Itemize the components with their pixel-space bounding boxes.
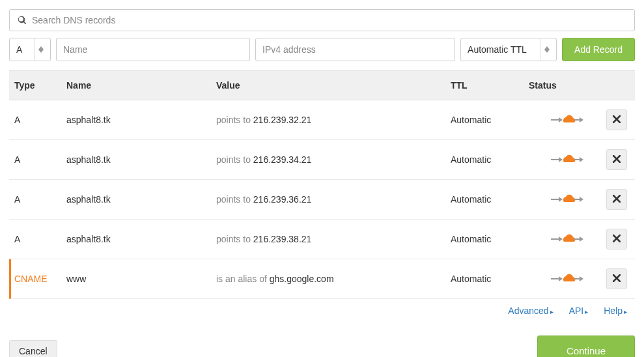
cell-value: points to 216.239.36.21 <box>216 194 451 205</box>
cell-value: points to 216.239.34.21 <box>216 154 451 165</box>
cancel-button[interactable]: Cancel <box>9 340 57 358</box>
cell-ttl: Automatic <box>451 115 529 125</box>
close-icon <box>613 234 621 244</box>
record-value-input[interactable] <box>262 44 448 55</box>
th-status: Status <box>529 80 604 91</box>
cell-type: A <box>14 234 66 244</box>
search-input[interactable] <box>32 15 626 25</box>
add-record-form: A Automatic TTL Add Record <box>9 38 635 61</box>
api-link[interactable]: API▸ <box>569 306 589 316</box>
cell-status[interactable] <box>529 113 604 126</box>
footer-links: Advanced▸ API▸ Help▸ <box>9 299 635 320</box>
cell-status[interactable] <box>529 272 604 285</box>
cell-type: CNAME <box>14 274 66 284</box>
close-icon <box>613 154 621 165</box>
cell-status[interactable] <box>529 233 604 246</box>
cell-value: is an alias of ghs.google.com <box>216 274 451 284</box>
svg-marker-15 <box>580 236 583 242</box>
th-value: Value <box>216 80 451 91</box>
cell-name: asphalt8.tk <box>66 154 216 165</box>
th-name: Name <box>66 80 216 91</box>
table-row[interactable]: Aasphalt8.tkpoints to 216.239.34.21Autom… <box>9 140 635 180</box>
cell-ttl: Automatic <box>451 234 529 244</box>
bottom-bar: Cancel Continue <box>0 329 644 357</box>
svg-marker-13 <box>559 236 563 242</box>
svg-marker-19 <box>580 276 583 281</box>
svg-marker-17 <box>559 276 563 281</box>
svg-marker-7 <box>580 157 583 162</box>
record-ttl-select[interactable]: Automatic TTL <box>460 38 557 61</box>
delete-button[interactable] <box>606 149 627 170</box>
table-header: Type Name Value TTL Status <box>9 71 635 100</box>
close-icon <box>613 194 621 205</box>
svg-marker-5 <box>559 157 563 162</box>
close-icon <box>613 274 621 284</box>
cell-status[interactable] <box>529 153 604 166</box>
delete-button[interactable] <box>606 268 627 289</box>
continue-button[interactable]: Continue <box>537 336 635 357</box>
table-row[interactable]: Aasphalt8.tkpoints to 216.239.32.21Autom… <box>9 100 635 140</box>
svg-marker-1 <box>559 117 563 122</box>
close-icon <box>613 115 621 125</box>
record-name-input[interactable] <box>63 44 243 55</box>
cell-name: asphalt8.tk <box>66 115 216 125</box>
stepper-icon <box>540 38 550 61</box>
cell-name: asphalt8.tk <box>66 234 216 244</box>
proxy-cloud-icon[interactable] <box>550 272 583 285</box>
th-type: Type <box>14 80 66 91</box>
advanced-link[interactable]: Advanced▸ <box>508 306 553 316</box>
cell-value: points to 216.239.38.21 <box>216 234 451 244</box>
cell-type: A <box>14 194 66 205</box>
search-icon <box>18 16 27 25</box>
cell-status[interactable] <box>529 193 604 206</box>
proxy-cloud-icon[interactable] <box>550 193 583 206</box>
cell-value: points to 216.239.32.21 <box>216 115 451 125</box>
cell-ttl: Automatic <box>451 154 529 165</box>
proxy-cloud-icon[interactable] <box>550 233 583 246</box>
record-value-field[interactable] <box>255 38 455 61</box>
dns-table: Type Name Value TTL Status Aasphalt8.tkp… <box>9 70 635 299</box>
cell-type: A <box>14 115 66 125</box>
record-ttl-value: Automatic TTL <box>468 44 536 55</box>
cell-ttl: Automatic <box>451 274 529 284</box>
cell-name: asphalt8.tk <box>66 194 216 205</box>
stepper-icon <box>34 38 44 61</box>
help-link[interactable]: Help▸ <box>604 306 627 316</box>
table-row[interactable]: CNAMEwwwis an alias of ghs.google.comAut… <box>9 259 635 299</box>
record-name-field[interactable] <box>56 38 250 61</box>
table-row[interactable]: Aasphalt8.tkpoints to 216.239.36.21Autom… <box>9 180 635 220</box>
svg-marker-3 <box>580 117 583 122</box>
th-ttl: TTL <box>451 80 529 91</box>
delete-button[interactable] <box>606 229 627 250</box>
proxy-cloud-icon[interactable] <box>550 113 583 126</box>
search-bar[interactable] <box>9 9 635 31</box>
svg-marker-9 <box>559 197 563 202</box>
proxy-cloud-icon[interactable] <box>550 153 583 166</box>
table-row[interactable]: Aasphalt8.tkpoints to 216.239.38.21Autom… <box>9 220 635 259</box>
delete-button[interactable] <box>606 109 627 130</box>
cell-name: www <box>66 274 216 284</box>
record-type-select[interactable]: A <box>9 38 51 61</box>
cell-type: A <box>14 154 66 165</box>
delete-button[interactable] <box>606 189 627 210</box>
svg-marker-11 <box>580 197 583 202</box>
cell-ttl: Automatic <box>451 194 529 205</box>
add-record-button[interactable]: Add Record <box>562 38 635 61</box>
record-type-value: A <box>16 44 30 55</box>
